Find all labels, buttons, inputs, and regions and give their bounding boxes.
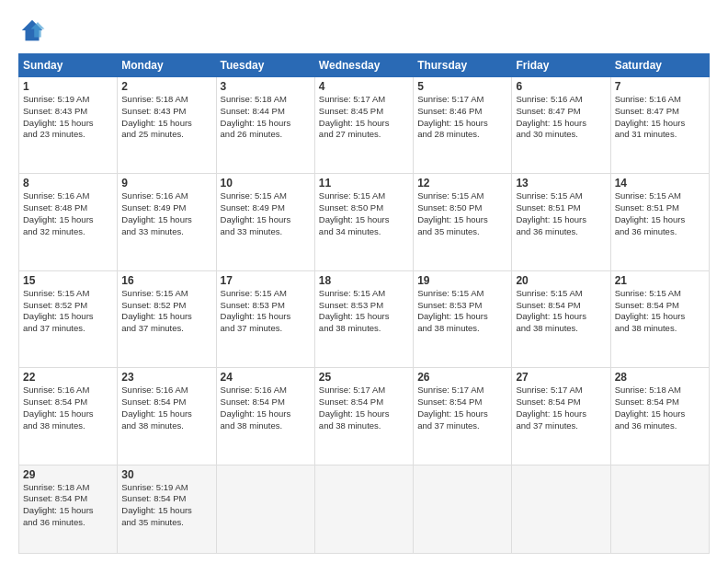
header-saturday: Saturday — [610, 54, 709, 77]
calendar-cell: 16Sunrise: 5:15 AMSunset: 8:52 PMDayligh… — [118, 270, 216, 367]
day-info: Sunrise: 5:18 AMSunset: 8:54 PMDaylight:… — [23, 482, 113, 529]
day-number: 16 — [121, 274, 211, 287]
day-number: 2 — [121, 80, 211, 93]
day-info: Sunrise: 5:15 AMSunset: 8:51 PMDaylight:… — [615, 190, 705, 237]
calendar-cell: 25Sunrise: 5:17 AMSunset: 8:54 PMDayligh… — [314, 368, 413, 465]
calendar-cell: 5Sunrise: 5:17 AMSunset: 8:46 PMDaylight… — [414, 77, 512, 174]
day-info: Sunrise: 5:15 AMSunset: 8:52 PMDaylight:… — [23, 288, 113, 335]
day-number: 22 — [23, 371, 113, 384]
day-number: 11 — [319, 177, 409, 190]
day-number: 1 — [23, 80, 113, 93]
day-info: Sunrise: 5:17 AMSunset: 8:54 PMDaylight:… — [417, 385, 507, 431]
day-info: Sunrise: 5:15 AMSunset: 8:51 PMDaylight:… — [516, 190, 606, 237]
calendar-cell: 4Sunrise: 5:17 AMSunset: 8:45 PMDaylight… — [314, 77, 413, 174]
day-info: Sunrise: 5:16 AMSunset: 8:49 PMDaylight:… — [121, 190, 211, 237]
calendar-cell: 28Sunrise: 5:18 AMSunset: 8:54 PMDayligh… — [610, 368, 709, 465]
day-info: Sunrise: 5:15 AMSunset: 8:50 PMDaylight:… — [319, 190, 409, 237]
day-number: 29 — [23, 468, 113, 481]
day-number: 25 — [319, 371, 409, 384]
day-info: Sunrise: 5:17 AMSunset: 8:54 PMDaylight:… — [319, 385, 409, 431]
day-info: Sunrise: 5:18 AMSunset: 8:43 PMDaylight:… — [121, 94, 211, 141]
day-info: Sunrise: 5:16 AMSunset: 8:47 PMDaylight:… — [516, 94, 606, 141]
calendar-cell: 9Sunrise: 5:16 AMSunset: 8:49 PMDaylight… — [118, 174, 216, 270]
calendar-cell: 7Sunrise: 5:16 AMSunset: 8:47 PMDaylight… — [610, 77, 709, 174]
calendar-cell: 18Sunrise: 5:15 AMSunset: 8:53 PMDayligh… — [314, 270, 413, 367]
day-number: 10 — [221, 177, 311, 190]
week-row-2: 15Sunrise: 5:15 AMSunset: 8:52 PMDayligh… — [19, 270, 710, 367]
week-row-3: 22Sunrise: 5:16 AMSunset: 8:54 PMDayligh… — [19, 368, 710, 465]
day-number: 28 — [615, 371, 705, 384]
calendar-cell: 1Sunrise: 5:19 AMSunset: 8:43 PMDaylight… — [19, 77, 118, 174]
day-number: 4 — [319, 80, 409, 93]
day-info: Sunrise: 5:15 AMSunset: 8:54 PMDaylight:… — [615, 288, 705, 335]
day-number: 14 — [615, 177, 705, 190]
header-friday: Friday — [512, 54, 610, 77]
day-number: 27 — [516, 371, 606, 384]
day-info: Sunrise: 5:15 AMSunset: 8:53 PMDaylight:… — [417, 288, 507, 335]
day-info: Sunrise: 5:17 AMSunset: 8:46 PMDaylight:… — [417, 94, 507, 141]
logo — [18, 17, 50, 44]
day-number: 7 — [615, 80, 705, 93]
calendar-cell: 21Sunrise: 5:15 AMSunset: 8:54 PMDayligh… — [610, 270, 709, 367]
logo-icon — [18, 17, 46, 44]
calendar-cell: 26Sunrise: 5:17 AMSunset: 8:54 PMDayligh… — [414, 368, 512, 465]
day-number: 26 — [417, 371, 507, 384]
calendar-cell — [610, 465, 709, 554]
calendar-cell: 10Sunrise: 5:15 AMSunset: 8:49 PMDayligh… — [216, 174, 314, 270]
day-info: Sunrise: 5:18 AMSunset: 8:54 PMDaylight:… — [615, 385, 705, 431]
day-info: Sunrise: 5:15 AMSunset: 8:52 PMDaylight:… — [121, 288, 211, 335]
day-number: 13 — [516, 177, 606, 190]
day-info: Sunrise: 5:16 AMSunset: 8:54 PMDaylight:… — [221, 385, 311, 431]
day-info: Sunrise: 5:16 AMSunset: 8:47 PMDaylight:… — [615, 94, 705, 141]
week-row-1: 8Sunrise: 5:16 AMSunset: 8:48 PMDaylight… — [19, 174, 710, 270]
calendar-cell — [414, 465, 512, 554]
day-number: 3 — [221, 80, 311, 93]
day-info: Sunrise: 5:16 AMSunset: 8:54 PMDaylight:… — [121, 385, 211, 431]
calendar-cell: 30Sunrise: 5:19 AMSunset: 8:54 PMDayligh… — [118, 465, 216, 554]
calendar-cell: 27Sunrise: 5:17 AMSunset: 8:54 PMDayligh… — [512, 368, 610, 465]
calendar-cell: 29Sunrise: 5:18 AMSunset: 8:54 PMDayligh… — [19, 465, 118, 554]
day-number: 20 — [516, 274, 606, 287]
header-wednesday: Wednesday — [314, 54, 413, 77]
day-number: 30 — [121, 468, 211, 481]
day-number: 9 — [121, 177, 211, 190]
calendar-cell — [216, 465, 314, 554]
calendar-cell: 23Sunrise: 5:16 AMSunset: 8:54 PMDayligh… — [118, 368, 216, 465]
calendar-cell: 17Sunrise: 5:15 AMSunset: 8:53 PMDayligh… — [216, 270, 314, 367]
calendar-cell: 14Sunrise: 5:15 AMSunset: 8:51 PMDayligh… — [610, 174, 709, 270]
day-number: 19 — [417, 274, 507, 287]
week-row-4: 29Sunrise: 5:18 AMSunset: 8:54 PMDayligh… — [19, 465, 710, 554]
day-number: 6 — [516, 80, 606, 93]
day-number: 5 — [417, 80, 507, 93]
day-info: Sunrise: 5:17 AMSunset: 8:45 PMDaylight:… — [319, 94, 409, 141]
day-number: 12 — [417, 177, 507, 190]
day-info: Sunrise: 5:16 AMSunset: 8:54 PMDaylight:… — [23, 385, 113, 431]
calendar-cell — [314, 465, 413, 554]
top-section — [18, 17, 710, 44]
day-number: 18 — [319, 274, 409, 287]
day-info: Sunrise: 5:18 AMSunset: 8:44 PMDaylight:… — [221, 94, 311, 141]
day-info: Sunrise: 5:19 AMSunset: 8:54 PMDaylight:… — [121, 482, 211, 529]
calendar-cell: 3Sunrise: 5:18 AMSunset: 8:44 PMDaylight… — [216, 77, 314, 174]
calendar-cell — [512, 465, 610, 554]
calendar-cell: 12Sunrise: 5:15 AMSunset: 8:50 PMDayligh… — [414, 174, 512, 270]
calendar-cell: 22Sunrise: 5:16 AMSunset: 8:54 PMDayligh… — [19, 368, 118, 465]
calendar-cell: 19Sunrise: 5:15 AMSunset: 8:53 PMDayligh… — [414, 270, 512, 367]
day-info: Sunrise: 5:15 AMSunset: 8:54 PMDaylight:… — [516, 288, 606, 335]
day-number: 17 — [221, 274, 311, 287]
calendar-cell: 2Sunrise: 5:18 AMSunset: 8:43 PMDaylight… — [118, 77, 216, 174]
header-row: SundayMondayTuesdayWednesdayThursdayFrid… — [19, 54, 710, 77]
calendar-cell: 20Sunrise: 5:15 AMSunset: 8:54 PMDayligh… — [512, 270, 610, 367]
calendar-cell: 24Sunrise: 5:16 AMSunset: 8:54 PMDayligh… — [216, 368, 314, 465]
day-info: Sunrise: 5:17 AMSunset: 8:54 PMDaylight:… — [516, 385, 606, 431]
day-number: 21 — [615, 274, 705, 287]
header-thursday: Thursday — [414, 54, 512, 77]
day-info: Sunrise: 5:16 AMSunset: 8:48 PMDaylight:… — [23, 190, 113, 237]
calendar-cell: 13Sunrise: 5:15 AMSunset: 8:51 PMDayligh… — [512, 174, 610, 270]
day-info: Sunrise: 5:19 AMSunset: 8:43 PMDaylight:… — [23, 94, 113, 141]
day-number: 24 — [221, 371, 311, 384]
day-number: 8 — [23, 177, 113, 190]
day-info: Sunrise: 5:15 AMSunset: 8:53 PMDaylight:… — [319, 288, 409, 335]
calendar-cell: 6Sunrise: 5:16 AMSunset: 8:47 PMDaylight… — [512, 77, 610, 174]
day-info: Sunrise: 5:15 AMSunset: 8:50 PMDaylight:… — [417, 190, 507, 237]
